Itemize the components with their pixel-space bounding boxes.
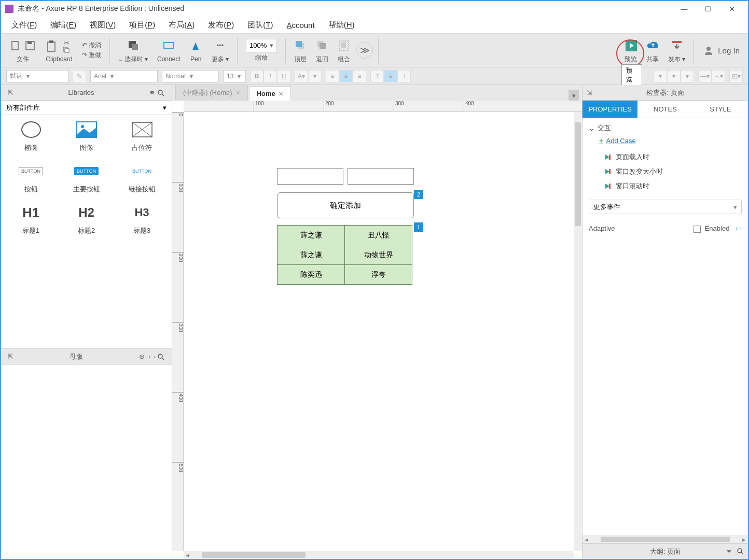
menu-help[interactable]: 帮助(H) (324, 18, 359, 32)
close-icon[interactable]: ✕ (279, 91, 283, 97)
footnote-marker-2[interactable]: 2 (414, 190, 423, 199)
tabs-dropdown-button[interactable]: ▾ (568, 90, 579, 101)
tool-select-group[interactable]: ⌙ 选择时 ▾ (115, 37, 151, 64)
collapse-icon[interactable]: ⇱ (5, 353, 16, 360)
horizontal-ruler[interactable]: 100 200 300 400 (184, 101, 582, 112)
arrow-button[interactable]: →▾ (712, 70, 725, 82)
tool-group-group[interactable]: 组合 (335, 37, 353, 64)
tool-pen-group[interactable]: Pen (187, 38, 205, 63)
add-page-icon[interactable]: ▭ (147, 353, 157, 360)
minimize-button[interactable]: ― (672, 1, 696, 17)
event-page-load[interactable]: 页面载入时 (604, 150, 742, 164)
adaptive-settings-icon[interactable]: ▭ (736, 225, 742, 232)
more-text-button[interactable]: ▾ (308, 70, 322, 82)
tool-publish-group[interactable]: 发布 ▾ (665, 37, 688, 64)
widget-button[interactable]: BUTTON 按钮 (8, 162, 54, 194)
library-selector[interactable]: 所有部件库▾ (1, 101, 172, 115)
footnote-marker-1[interactable]: 1 (414, 222, 423, 232)
align-center-button[interactable]: ≡ (339, 70, 353, 82)
valign-top-button[interactable]: ⊤ (370, 70, 384, 82)
canvas-confirm-button[interactable]: 确定添加 (277, 192, 414, 218)
corner-button[interactable]: ◰▾ (729, 70, 743, 82)
weight-dropdown[interactable]: Normal▾ (162, 70, 219, 82)
tool-more-group[interactable]: ••• 更多 ▾ (209, 37, 232, 64)
enabled-checkbox[interactable] (693, 226, 701, 233)
save-icon[interactable] (24, 39, 36, 52)
italic-button[interactable]: I (263, 70, 277, 82)
canvas-input-1[interactable] (277, 168, 343, 185)
table-cell[interactable]: 薛之谦 (278, 245, 345, 265)
tool-preview-group[interactable]: 预览 (621, 37, 640, 64)
horizontal-scrollbar[interactable]: ◂ (184, 551, 574, 559)
menu-edit[interactable]: 编辑(E) (46, 18, 80, 32)
border-color-button[interactable]: ▾ (667, 70, 681, 82)
widget-h3[interactable]: H3 标题3 (119, 203, 165, 235)
canvas-repeater-table[interactable]: 薛之谦丑八怪 薛之谦动物世界 陈奕迅浮夸 (277, 225, 412, 285)
event-window-resize[interactable]: 窗口改变大小时 (604, 164, 742, 179)
table-cell[interactable]: 浮夸 (345, 265, 412, 285)
menu-account[interactable]: Account (282, 19, 318, 32)
inspector-scrollbar[interactable]: ◂▸ (582, 535, 748, 543)
canvas-input-2[interactable] (348, 168, 414, 185)
vertical-scrollbar[interactable] (574, 112, 582, 551)
more-events-dropdown[interactable]: 更多事件▾ (589, 200, 742, 214)
style-edit-icon[interactable]: ✎ (73, 70, 86, 82)
paste-icon[interactable] (46, 40, 58, 52)
add-case-link[interactable]: + Add Case (599, 137, 742, 145)
menu-icon[interactable]: ≡ (147, 89, 157, 96)
copy-icon[interactable] (60, 47, 73, 53)
font-dropdown[interactable]: Arial▾ (90, 70, 158, 82)
tool-connect-group[interactable]: Connect (154, 38, 184, 63)
menu-arrange[interactable]: 布局(A) (164, 18, 199, 32)
tab-notes[interactable]: NOTES (637, 101, 692, 118)
menu-publish[interactable]: 发布(P) (204, 18, 238, 32)
maximize-button[interactable]: ☐ (696, 1, 720, 17)
widget-placeholder[interactable]: 占位符 (119, 120, 165, 152)
tab-home[interactable]: Home✕ (249, 86, 291, 101)
tool-back-group[interactable]: 返回 (313, 37, 331, 64)
widget-primary-button[interactable]: BUTTON 主要按钮 (63, 162, 110, 194)
search-icon[interactable] (737, 548, 744, 555)
redo-button[interactable]: ↷ 重做 (82, 51, 101, 60)
search-icon[interactable] (157, 89, 168, 96)
cut-icon[interactable]: ✂ (60, 39, 73, 46)
text-color-button[interactable]: A▾ (295, 70, 308, 82)
add-folder-icon[interactable]: ⊕ (136, 353, 147, 360)
interactions-section-header[interactable]: ⌄ 交互 (589, 123, 742, 133)
tool-share-group[interactable]: 共享 (643, 37, 662, 64)
search-icon[interactable] (157, 353, 168, 360)
event-window-scroll[interactable]: 窗口滚动时 (604, 179, 742, 193)
canvas[interactable]: 确定添加 2 薛之谦丑八怪 薛之谦动物世界 陈奕迅浮夸 1 (184, 112, 574, 551)
bold-button[interactable]: B (250, 70, 263, 82)
widget-h1[interactable]: H1 标题1 (8, 203, 54, 235)
tool-front-group[interactable]: 顶层 (291, 37, 310, 64)
line-style-button[interactable]: —▾ (698, 70, 712, 82)
tab-style[interactable]: STYLE (693, 101, 748, 118)
menu-team[interactable]: 团队(T) (243, 18, 277, 32)
zoom-dropdown[interactable]: 100%▾ (246, 39, 277, 52)
widget-image[interactable]: 图像 (63, 120, 110, 152)
collapse-icon[interactable]: ⇲ (587, 89, 592, 96)
widget-ellipse[interactable]: 椭圆 (8, 120, 54, 152)
valign-middle-button[interactable]: ≡ (384, 70, 397, 82)
close-button[interactable]: ✕ (720, 1, 744, 17)
fill-color-button[interactable]: ▾ (654, 70, 667, 82)
tab-properties[interactable]: PROPERTIES (582, 101, 637, 118)
toolbar-overflow-button[interactable]: ≫ (356, 42, 373, 59)
menu-project[interactable]: 项目(P) (125, 18, 159, 32)
close-icon[interactable]: ✕ (235, 90, 240, 96)
table-cell[interactable]: 陈奕迅 (278, 265, 345, 285)
new-file-icon[interactable] (9, 39, 22, 52)
align-right-button[interactable]: ≡ (353, 70, 366, 82)
size-dropdown[interactable]: 13▾ (223, 70, 246, 82)
menu-file[interactable]: 文件(F) (7, 18, 41, 32)
login-button[interactable]: Log In (699, 44, 743, 57)
filter-icon[interactable]: ⏷ (726, 548, 732, 555)
menu-view[interactable]: 视图(V) (86, 18, 120, 32)
undo-button[interactable]: ↶ 撤消 (82, 41, 101, 50)
tab-repeater-home[interactable]: (中继器) (Home)✕ (175, 85, 248, 101)
line-width-button[interactable]: ▾ (681, 70, 694, 82)
table-cell[interactable]: 薛之谦 (278, 226, 345, 245)
underline-button[interactable]: U (277, 70, 290, 82)
vertical-ruler[interactable]: 0 100 200 300 400 500 (172, 112, 184, 551)
